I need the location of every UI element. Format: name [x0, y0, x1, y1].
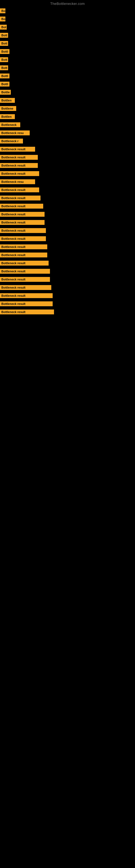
list-item: Bottleneck result — [0, 235, 135, 243]
list-item: Bottleneck result — [0, 169, 135, 178]
list-item: Bottleneck result — [0, 186, 135, 194]
list-item: Bottlene — [0, 104, 135, 113]
list-item: Bottleneck result — [0, 300, 135, 308]
bottleneck-label: Bottlen — [0, 114, 15, 119]
list-item: Bottl — [0, 72, 135, 80]
bottleneck-label: Bottleneck resu — [0, 179, 35, 184]
bottleneck-label: Bottleneck result — [0, 171, 39, 176]
list-item: Bottleneck result — [0, 226, 135, 235]
bottleneck-label: Bottleneck result — [0, 147, 35, 152]
list-item: Bottleneck result — [0, 153, 135, 161]
bottleneck-label: Bott — [0, 41, 8, 46]
list-item: Bottleneck r — [0, 137, 135, 145]
list-item: Bottl — [0, 48, 135, 56]
bottleneck-label: Bot — [0, 25, 7, 30]
list-item: Bottleneck result — [0, 251, 135, 259]
bottleneck-label: Bottleneck r — [0, 138, 23, 144]
bottleneck-label: Bottleneck result — [0, 195, 41, 200]
bottleneck-label: Bottleneck result — [0, 244, 47, 249]
list-item: Bottleneck result — [0, 218, 135, 226]
bottleneck-label: Bottleneck result — [0, 310, 54, 314]
bottleneck-label: Bottleneck result — [0, 285, 51, 290]
list-item: Bottleneck result — [0, 267, 135, 275]
bottleneck-label: Bottleneck result — [0, 301, 53, 306]
bottleneck-label: Bott — [0, 65, 8, 70]
bottleneck-label: Bo — [0, 17, 5, 22]
bottleneck-label: Bottl — [0, 73, 9, 79]
list-item: Bottleneck result — [0, 291, 135, 300]
bottleneck-label: Bott — [0, 57, 8, 62]
bottleneck-label: Bottle — [0, 90, 11, 95]
list-item: Bottleneck resu — [0, 129, 135, 137]
list-item: Bottle — [0, 88, 135, 96]
bottleneck-label: Bottleneck result — [0, 187, 39, 192]
list-item: Bottleneck — [0, 121, 135, 129]
list-item: Bottleneck result — [0, 283, 135, 291]
list-item: Bottleneck result — [0, 308, 135, 316]
list-item: Bottleneck result — [0, 145, 135, 153]
list-item: Bottl — [0, 80, 135, 88]
site-title: TheBottlenecker.com — [0, 0, 135, 7]
list-item: Bott — [0, 31, 135, 39]
list-item: Bottleneck result — [0, 161, 135, 169]
bottleneck-label: Bo — [0, 8, 5, 13]
bottleneck-label: Bottleneck — [0, 122, 20, 127]
list-item: Bo — [0, 15, 135, 23]
list-item: Bottleneck result — [0, 210, 135, 218]
bottleneck-label: Bottlen — [0, 98, 15, 103]
bottleneck-label: Bottleneck resu — [0, 130, 30, 135]
list-item: Bott — [0, 56, 135, 64]
bottleneck-label: Bottleneck result — [0, 277, 50, 282]
list-item: Bottlen — [0, 113, 135, 121]
bottleneck-label: Bottleneck result — [0, 252, 47, 257]
list-item: Bottleneck result — [0, 275, 135, 283]
bottleneck-label: Bottleneck result — [0, 228, 46, 233]
bottleneck-label: Bottl — [0, 49, 9, 54]
bottleneck-label: Bottleneck result — [0, 269, 50, 274]
bottleneck-label: Bottleneck result — [0, 204, 43, 209]
list-item: Bott — [0, 39, 135, 48]
bottleneck-label: Bottleneck result — [0, 236, 46, 241]
bottleneck-label: Bottlene — [0, 106, 16, 111]
list-item: Bot — [0, 23, 135, 31]
list-item: Bottleneck result — [0, 202, 135, 210]
bottleneck-label: Bottleneck result — [0, 212, 45, 217]
bottleneck-label: Bottleneck result — [0, 155, 38, 160]
bottleneck-label: Bott — [0, 33, 8, 38]
list-item: Bottleneck resu — [0, 178, 135, 186]
bottleneck-label: Bottleneck result — [0, 163, 38, 168]
list-item: Bo — [0, 7, 135, 15]
bottleneck-label: Bottleneck result — [0, 220, 45, 225]
list-item: Bott — [0, 64, 135, 72]
list-item: Bottleneck result — [0, 194, 135, 202]
bottleneck-label: Bottleneck result — [0, 261, 49, 266]
list-item: Bottleneck result — [0, 259, 135, 267]
list-item: Bottleneck result — [0, 243, 135, 251]
list-item: Bottlen — [0, 96, 135, 104]
bottleneck-label: Bottl — [0, 82, 9, 87]
bottleneck-label: Bottleneck result — [0, 293, 53, 298]
